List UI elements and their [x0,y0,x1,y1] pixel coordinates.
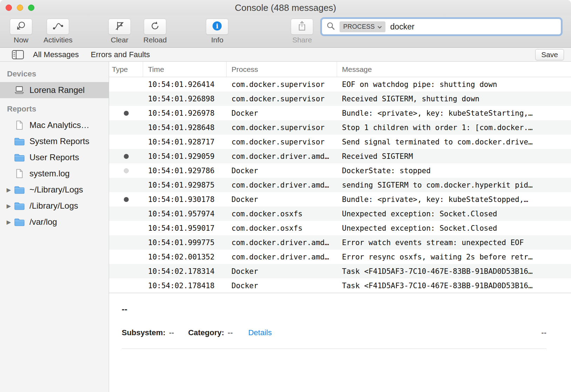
sidebar-item[interactable]: ▶System Reports [0,133,109,149]
filter-bar: All Messages Errors and Faults Save [0,48,571,62]
close-button[interactable] [6,5,12,11]
sidebar-section-header: Reports [0,98,109,117]
log-row[interactable]: 10:54:01.929059com.docker.driver.amd…Rec… [109,149,571,163]
log-message-cell: Error watch events stream: unexpected EO… [337,238,571,247]
sidebar-item-label: Mac Analytics… [29,120,89,130]
sidebar: Devices▶Lorena RangelReports▶Mac Analyti… [0,62,109,392]
sidebar-item[interactable]: ▶~/Library/Logs [0,182,109,198]
clear-button-face[interactable] [108,19,131,35]
tab-all-messages[interactable]: All Messages [33,50,79,59]
log-time-cell: 10:54:01.928648 [143,123,227,132]
activities-button-face[interactable] [47,19,69,35]
sidebar-toggle-icon[interactable] [12,50,24,59]
window-body: Devices▶Lorena RangelReports▶Mac Analyti… [0,62,571,392]
log-message-cell: Bundle: <private>, key: kubeStateStartin… [337,109,571,117]
clear-button[interactable]: Clear [108,19,131,44]
log-message-cell: Unexpected exception: Socket.Closed [337,210,571,218]
search-filter-token[interactable]: PROCESS [340,21,385,32]
search-icon [326,21,335,32]
log-row[interactable]: 10:54:01.928648com.docker.supervisorStop… [109,120,571,135]
log-process-cell: com.docker.supervisor [227,123,337,132]
log-message-cell: Task <F41D5AF3-7C10-467E-83BB-91BAD0D53B… [337,267,571,276]
reload-label: Reload [143,36,167,44]
sidebar-item[interactable]: ▶/var/log [0,214,109,230]
log-message-cell: DockerState: stopped [337,167,571,175]
detail-title: -- [122,304,546,314]
log-row[interactable]: 10:54:01.929786DockerDockerState: stoppe… [109,163,571,178]
log-level-cell [109,154,143,159]
log-row[interactable]: 10:54:02.178418DockerTask <F41D5AF3-7C10… [109,278,571,293]
now-label: Now [14,36,28,44]
document-icon [13,120,25,130]
details-link[interactable]: Details [248,328,272,337]
traffic-lights [6,0,34,15]
sidebar-item[interactable]: ▶User Reports [0,149,109,165]
sidebar-item[interactable]: ▶Mac Analytics… [0,117,109,133]
log-message-cell: Task <F41D5AF3-7C10-467E-83BB-91BAD0D53B… [337,282,571,290]
document-icon [13,168,25,179]
log-process-cell: Docker [227,109,337,117]
table-header: Type Time Process Message [109,62,571,77]
search-input[interactable] [390,22,557,32]
toolbar: Now Activities Clear [0,15,571,48]
log-process-cell: com.docker.driver.amd… [227,253,337,261]
log-process-cell: com.docker.supervisor [227,138,337,146]
folder-icon [13,184,25,195]
info-label: Info [211,36,223,44]
column-header-message[interactable]: Message [337,62,571,77]
sidebar-item[interactable]: ▶/Library/Logs [0,198,109,214]
log-row[interactable]: 10:54:01.929875com.docker.driver.amd…sen… [109,178,571,192]
info-button-face[interactable]: i [206,19,228,35]
log-row[interactable]: 10:54:01.999775com.docker.driver.amd…Err… [109,235,571,250]
activities-button[interactable]: Activities [43,19,73,44]
log-row[interactable]: 10:54:01.926898com.docker.supervisorRece… [109,92,571,106]
zoom-button[interactable] [28,5,34,11]
save-button[interactable]: Save [535,49,564,60]
log-row[interactable]: 10:54:02.001352com.docker.driver.amd…Err… [109,250,571,264]
log-process-cell: com.docker.supervisor [227,95,337,103]
folder-icon [13,136,25,147]
column-header-type[interactable]: Type [109,62,143,77]
log-time-cell: 10:54:02.178418 [143,282,227,290]
share-label: Share [292,36,312,44]
disclosure-triangle-icon[interactable]: ▶ [4,187,13,193]
column-header-time[interactable]: Time [143,62,227,77]
now-button[interactable]: Now [10,19,32,44]
log-message-cell: Received SIGTERM, shutting down [337,95,571,103]
log-row[interactable]: 10:54:01.959017com.docker.osxfsUnexpecte… [109,221,571,235]
reload-button-face[interactable] [144,19,166,35]
log-process-cell: com.docker.driver.amd… [227,181,337,189]
info-button[interactable]: i Info [206,19,228,44]
log-process-cell: com.docker.osxfs [227,224,337,232]
column-header-process[interactable]: Process [227,62,337,77]
log-process-cell: com.docker.osxfs [227,210,337,218]
log-process-cell: com.docker.supervisor [227,80,337,89]
disclosure-triangle-icon[interactable]: ▶ [4,203,13,209]
log-row[interactable]: 10:54:01.957974com.docker.osxfsUnexpecte… [109,207,571,221]
log-row[interactable]: 10:54:02.178314DockerTask <F41D5AF3-7C10… [109,264,571,278]
log-message-cell: Unexpected exception: Socket.Closed [337,224,571,232]
log-level-cell [109,168,143,173]
log-row[interactable]: 10:54:01.928717com.docker.supervisorSend… [109,135,571,149]
log-message-cell: Send signal terminated to com.docker.dri… [337,138,571,146]
log-row[interactable]: 10:54:01.930178DockerBundle: <private>, … [109,192,571,207]
log-message-cell: Error resync osxfs, waiting 2s before re… [337,253,571,261]
log-row[interactable]: 10:54:01.926978DockerBundle: <private>, … [109,106,571,120]
tab-errors-and-faults[interactable]: Errors and Faults [91,50,150,59]
now-button-face[interactable] [10,19,32,35]
disclosure-triangle-icon[interactable]: ▶ [4,219,13,225]
search-field[interactable]: PROCESS [322,19,561,35]
activities-icon [52,21,63,32]
console-window: Console (488 messages) Now Activities [0,0,571,392]
log-row[interactable]: 10:54:01.926414com.docker.supervisorEOF … [109,77,571,92]
log-message-cell: sending SIGTERM to com.docker.hyperkit p… [337,181,571,189]
search-token-label: PROCESS [343,23,375,31]
sidebar-item[interactable]: ▶Lorena Rangel [0,82,109,98]
sidebar-item[interactable]: ▶system.log [0,165,109,182]
minimize-button[interactable] [17,5,23,11]
log-time-cell: 10:54:01.999775 [143,238,227,247]
clear-icon [115,21,125,32]
reload-button[interactable]: Reload [143,19,167,44]
log-time-cell: 10:54:01.959017 [143,224,227,232]
detail-meta: Subsystem: -- Category: -- Details -- [122,328,546,337]
